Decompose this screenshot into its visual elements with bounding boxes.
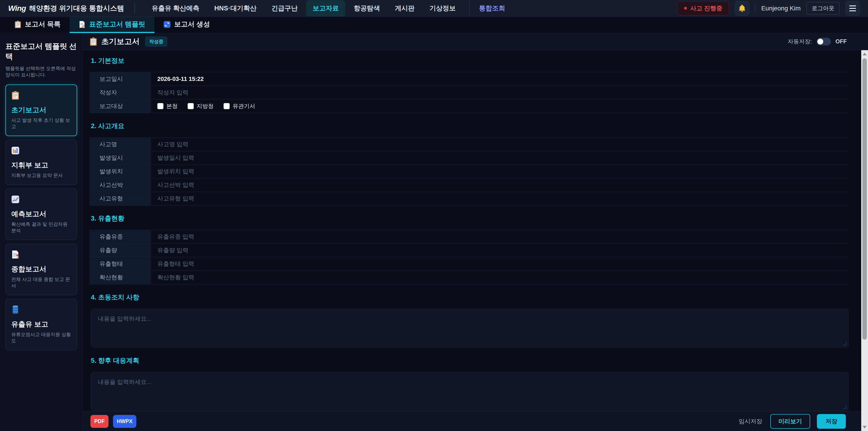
report-title: 초기보고서 xyxy=(101,36,140,47)
diffusion-status-field[interactable] xyxy=(157,274,848,281)
preview-button[interactable]: 미리보기 xyxy=(770,414,810,429)
nav-divider xyxy=(755,3,755,13)
template-card-prediction-report[interactable]: 예측보고서 확산예측 결과 및 민감자원 분석 xyxy=(5,188,77,240)
checkbox-input[interactable] xyxy=(188,103,194,109)
future-plan-textarea[interactable] xyxy=(91,372,848,411)
template-title: 예측보고서 xyxy=(11,209,71,219)
current-user-name: Eunjeong Kim xyxy=(761,5,801,12)
clipboard-icon xyxy=(11,91,20,100)
menu-item-spill-prediction[interactable]: 유출유 확산예측 xyxy=(145,0,206,17)
scrollbar-down-arrow[interactable] xyxy=(861,424,868,431)
section-heading-spill-status: 3. 유출현황 xyxy=(91,214,848,223)
clipboard-icon xyxy=(90,37,97,46)
oil-drum-icon xyxy=(11,305,20,314)
logout-button[interactable]: 로그아웃 xyxy=(807,2,839,14)
template-desc: 확산예측 결과 및 민감자원 분석 xyxy=(11,221,71,234)
menu-item-board[interactable]: 게시판 xyxy=(389,0,421,17)
temp-save-button[interactable]: 임시저장 xyxy=(737,415,764,428)
checkbox-input[interactable] xyxy=(157,103,163,109)
author-field[interactable] xyxy=(157,89,848,96)
row-label: 사고명 xyxy=(90,137,151,151)
incident-type-field[interactable] xyxy=(157,195,848,202)
template-desc: 사고 발생 직후 초기 상황 보고 xyxy=(11,117,71,130)
menu-item-weather[interactable]: 기상정보 xyxy=(423,0,462,17)
row-label: 유출유종 xyxy=(90,230,151,243)
section-heading-incident-overview: 2. 사고개요 xyxy=(91,122,848,131)
incident-vessel-field[interactable] xyxy=(157,182,848,188)
row-label: 사고유형 xyxy=(90,192,151,205)
tab-report-list[interactable]: 보고서 목록 xyxy=(5,17,70,33)
template-card-initial-report[interactable]: 초기보고서 사고 발생 직후 초기 상황 보고 xyxy=(5,85,77,136)
table-row: 확산현황 xyxy=(90,271,848,284)
incident-dot-icon xyxy=(684,7,687,10)
incident-badge-label: 사고 진행중 xyxy=(690,4,722,12)
tab-standard-template[interactable]: 표준보고서 템플릿 xyxy=(70,17,154,33)
template-card-command-report[interactable]: 지휘부 보고 지휘부 보고용 요약 문서 xyxy=(5,140,77,185)
report-header: 초기보고서 작성중 자동저장: OFF xyxy=(83,33,868,50)
clipboard-icon xyxy=(14,21,21,28)
save-button[interactable]: 저장 xyxy=(817,414,846,429)
incident-status-badge: 사고 진행중 xyxy=(677,1,729,16)
menu-item-integrated-search[interactable]: 통합조회 xyxy=(469,0,512,17)
incident-name-field[interactable] xyxy=(157,141,848,148)
future-plan-wrap xyxy=(91,372,848,411)
scrollbar-thumb[interactable] xyxy=(862,58,867,340)
initial-measures-wrap xyxy=(91,309,848,348)
report-datetime-value[interactable]: 2026-03-11 15:22 xyxy=(157,75,204,83)
checkbox-regional-office[interactable]: 지방청 xyxy=(188,102,214,110)
template-title: 지휘부 보고 xyxy=(11,160,71,170)
report-editor-panel: 초기보고서 작성중 자동저장: OFF 1. 기본정보 보고일시 2026-03… xyxy=(83,33,868,431)
table-row: 발생위치 xyxy=(90,165,848,178)
checkbox-related-agency[interactable]: 유관기서 xyxy=(223,102,255,110)
hamburger-menu-button[interactable] xyxy=(845,1,860,16)
app-window: Wing 해양환경 위기대응 통합시스템 유출유 확산예측 HNS·대기확산 긴… xyxy=(0,0,868,431)
template-title: 초기보고서 xyxy=(11,105,71,115)
template-desc: 유류오염사고 대응지원 상황도 xyxy=(11,331,71,344)
scrollbar-up-arrow[interactable] xyxy=(861,51,868,57)
notifications-button[interactable] xyxy=(735,1,749,16)
main-menu: 유출유 확산예측 HNS·대기확산 긴급구난 보고자료 항공탐색 게시판 기상정… xyxy=(145,0,512,17)
tab-label: 표준보고서 템플릿 xyxy=(89,20,145,29)
line-chart-icon xyxy=(11,195,20,204)
refresh-icon xyxy=(163,21,170,28)
logo-wing-mark: Wing xyxy=(8,4,26,13)
vertical-scrollbar[interactable] xyxy=(861,50,868,431)
menu-item-rescue[interactable]: 긴급구난 xyxy=(265,0,304,17)
spill-status-table: 유출유종 유출량 유출형태 확산현황 xyxy=(90,230,848,284)
spill-form-field[interactable] xyxy=(157,260,848,267)
oil-type-field[interactable] xyxy=(157,233,848,240)
template-card-oil-spill-report[interactable]: 유출유 보고 유류오염사고 대응지원 상황도 xyxy=(5,299,77,350)
textarea-resize-handle[interactable] xyxy=(843,405,847,409)
checkbox-input[interactable] xyxy=(223,103,230,109)
body-row: 표준보고서 템플릿 선택 템플릿을 선택하면 오른쪽에 작성 양식이 표시됩니다… xyxy=(0,33,868,431)
sidebar-title: 표준보고서 템플릿 선택 xyxy=(5,41,77,62)
tab-label: 보고서 생성 xyxy=(174,20,210,29)
top-navbar: Wing 해양환경 위기대응 통합시스템 유출유 확산예측 HNS·대기확산 긴… xyxy=(0,0,868,17)
template-card-comprehensive-report[interactable]: 종합보고서 전체 사고 대응 종합 보고 문서 xyxy=(5,244,77,295)
bell-icon xyxy=(738,4,746,12)
table-row: 작성자 xyxy=(90,86,848,99)
menu-item-aerial-search[interactable]: 항공탐색 xyxy=(347,0,386,17)
checkbox-label: 지방청 xyxy=(197,102,214,110)
sidebar-subtitle: 템플릿을 선택하면 오른쪽에 작성 양식이 표시됩니다. xyxy=(5,65,77,78)
occurrence-datetime-field[interactable] xyxy=(157,154,848,161)
textarea-resize-handle[interactable] xyxy=(843,342,847,346)
template-sidebar: 표준보고서 템플릿 선택 템플릿을 선택하면 오른쪽에 작성 양식이 표시됩니다… xyxy=(0,33,83,431)
table-row: 보고일시 2026-03-11 15:22 xyxy=(90,72,848,86)
occurrence-location-field[interactable] xyxy=(157,168,848,175)
autosave-control: 자동저장: OFF xyxy=(788,38,847,45)
autosave-toggle[interactable] xyxy=(816,38,831,45)
row-label: 사고선박 xyxy=(90,178,151,192)
tab-generate-report[interactable]: 보고서 생성 xyxy=(154,17,219,33)
checkbox-headquarters[interactable]: 본청 xyxy=(157,102,178,110)
checkbox-label: 유관기서 xyxy=(232,102,255,110)
table-row: 유출유종 xyxy=(90,230,848,244)
row-label: 유출량 xyxy=(90,244,151,257)
tab-label: 보고서 목록 xyxy=(25,20,61,29)
initial-measures-textarea[interactable] xyxy=(91,309,848,348)
menu-item-hns[interactable]: HNS·대기확산 xyxy=(208,0,263,17)
export-hwpx-button[interactable]: HWPX xyxy=(113,415,136,428)
spill-amount-field[interactable] xyxy=(157,247,848,254)
menu-item-reports[interactable]: 보고자료 xyxy=(306,0,345,17)
export-pdf-button[interactable]: PDF xyxy=(90,415,108,428)
